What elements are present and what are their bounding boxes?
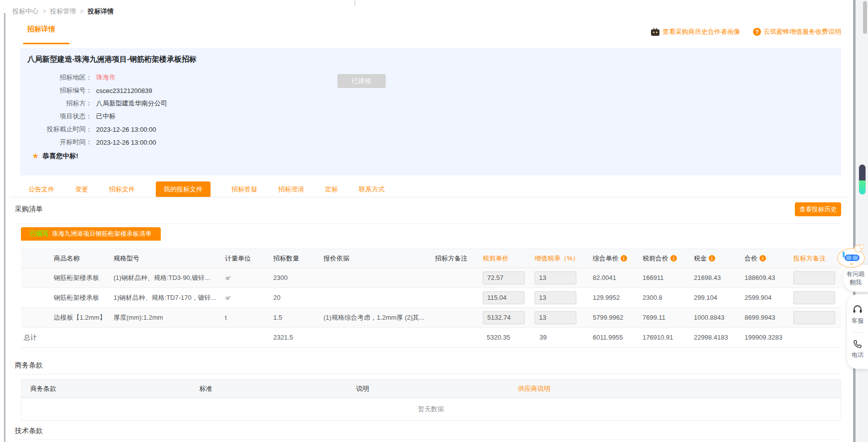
scrollbar-track[interactable]	[856, 0, 868, 442]
info-icon[interactable]: i	[709, 255, 715, 262]
business-terms-table: 商务条款 标准 说明 供应商说明 暂无数据	[21, 379, 841, 421]
col-basis: 报价依据	[324, 249, 435, 268]
tab-my-bid-files[interactable]: 我的投标文件	[156, 181, 211, 197]
value-service-fee-link[interactable]: ? 云筑蜜蜂增值服务收费说明	[753, 27, 841, 36]
tab-announcement-files[interactable]: 公告文件	[28, 185, 54, 194]
cell-basis	[324, 288, 435, 308]
browser-scrollbar-thumb[interactable]	[863, 1, 867, 34]
cell-qty: 2300	[273, 268, 324, 288]
cell-tax: 1000.8843	[691, 308, 742, 328]
col-description: 说明	[347, 380, 509, 398]
cell-buyer-note	[435, 268, 480, 288]
field-value: 2023-12-26 13:00:00	[96, 139, 156, 146]
cell-total-sum: 199909.3283	[742, 328, 790, 348]
top-divider-line	[354, 0, 355, 5]
cell-buyer-note	[435, 288, 480, 308]
table-row: 边模板【1.2mm】 厚度(mm):1.2mm t 1.5 (1)规格综合考虑，…	[21, 308, 841, 328]
breadcrumb-bid-management[interactable]: 投标管理	[50, 7, 76, 15]
info-icon[interactable]: i	[760, 255, 766, 262]
value-service-fee-label: 云筑蜜蜂增值服务收费说明	[763, 27, 841, 36]
view-bid-history-button[interactable]: 查看投标历史	[795, 202, 841, 216]
buyer-portrait-label: 查看采购商历史合作者画像	[662, 27, 740, 36]
cell-total-vat: 39	[532, 328, 590, 348]
cell-total: 2599.904	[742, 288, 790, 308]
cell-composite-price: 5799.9962	[590, 308, 640, 328]
buyer-portrait-link[interactable]: 查看采购商历史合作者画像	[651, 27, 740, 36]
pretax-price-input[interactable]	[483, 311, 525, 324]
pretax-price-input[interactable]	[483, 291, 525, 304]
bidder-note-input[interactable]	[793, 271, 835, 284]
cell-name: 钢筋桁架楼承板	[21, 288, 113, 308]
portrait-icon	[651, 28, 660, 36]
field-open-time: 开标时间： 2023-12-26 13:00:00	[27, 136, 167, 149]
tab-contact[interactable]: 联系方式	[359, 185, 385, 194]
bidder-note-input[interactable]	[793, 291, 835, 304]
cell-pretax-total: 7699.11	[640, 308, 691, 328]
col-pretax-price: 税前单价	[480, 249, 532, 268]
phone-button[interactable]: 电话	[852, 340, 864, 359]
cell-name: 边模板【1.2mm】	[21, 308, 113, 328]
status-badge-received: 已接收	[337, 74, 386, 88]
field-value: 八局新型建造华南分公司	[96, 99, 167, 108]
cell-basis: (1)规格综合考虑，1.2mm厚 (2)其...	[324, 308, 435, 328]
field-label: 开标时间：	[27, 138, 92, 147]
tender-title: 八局新型建造-珠海九洲港项目-钢筋桁架楼承板招标	[27, 55, 197, 64]
col-pretax-total: 税前合价i	[640, 249, 691, 268]
section-divider	[15, 223, 841, 224]
tab-tender-clarification[interactable]: 招标澄清	[278, 185, 304, 194]
cell-unit: t	[225, 308, 273, 328]
info-icon[interactable]: i	[670, 255, 677, 262]
col-buyer-note: 招标方备注	[435, 249, 480, 268]
col-composite-price: 综合单价i	[590, 249, 640, 268]
helper-mascot-icon[interactable]	[836, 243, 866, 268]
field-tenderer: 招标方： 八局新型建造华南分公司	[27, 97, 167, 110]
col-product-name: 商品名称	[21, 249, 113, 268]
field-value: cscec23121200839	[96, 87, 152, 94]
cell-qty: 1.5	[273, 308, 324, 328]
cell-tax: 21698.43	[691, 268, 742, 288]
tab-tender-qa[interactable]: 招标答疑	[231, 185, 257, 194]
customer-service-button[interactable]: 客服	[852, 304, 864, 325]
star-icon: ★	[32, 152, 39, 160]
vat-rate-input[interactable]	[535, 271, 576, 284]
bidder-note-input[interactable]	[793, 311, 835, 324]
scrollbar-pill-bottom	[859, 180, 866, 195]
tab-award[interactable]: 定标	[325, 185, 338, 194]
helper-text-line1: 有问题	[847, 270, 865, 278]
breadcrumb-separator: >	[80, 7, 84, 15]
detail-tabs: 公告文件 变更 招标文件 我的投标文件 招标答疑 招标澄清 定标 联系方式	[28, 182, 385, 197]
list-chip-filled[interactable]: 已填写 珠海九洲港项目钢筋桁架楼承板清单	[21, 227, 161, 241]
headset-icon	[853, 304, 863, 314]
helper-text-line2: 翻我	[850, 278, 862, 287]
field-value: 已中标	[96, 112, 115, 121]
custom-scrollbar-pill[interactable]	[859, 164, 866, 195]
left-border-line	[4, 13, 5, 442]
table-row: 钢筋桁架楼承板 1)钢材品种、规格:TD7-170，镀锌... ㎡ 20 129…	[21, 288, 841, 308]
cell-total-label: 总计	[21, 328, 113, 348]
cell-composite-price: 129.9952	[590, 288, 640, 308]
field-label: 投标截止时间：	[27, 125, 92, 134]
vat-rate-input[interactable]	[535, 311, 576, 324]
col-standard: 标准	[191, 380, 347, 398]
breadcrumb: 投标中心>投标管理>投标详情	[12, 7, 113, 16]
info-icon[interactable]: i	[621, 255, 627, 262]
helper-chat-button[interactable]: 有问题 翻我	[843, 265, 868, 292]
pretax-price-input[interactable]	[483, 271, 525, 284]
field-label: 招标地区：	[27, 73, 92, 82]
tab-tender-detail[interactable]: 招标详情	[27, 25, 55, 34]
tab-tender-files[interactable]: 招标文件	[109, 185, 135, 194]
tab-active-underline	[23, 43, 70, 44]
cell-spec: 厚度(mm):1.2mm	[113, 308, 225, 328]
field-value-region[interactable]: 珠海市	[96, 73, 115, 82]
col-qty: 招标数量	[273, 249, 324, 268]
empty-data-text: 暂无数据	[21, 398, 841, 421]
col-bidder-note: 投标方备注	[790, 249, 841, 268]
cell-total: 188609.43	[742, 268, 790, 288]
breadcrumb-bid-center[interactable]: 投标中心	[12, 7, 38, 15]
vat-rate-input[interactable]	[535, 291, 576, 304]
phone-label: 电话	[852, 351, 864, 359]
cell-spec: 1)钢材品种、规格:TD7-170，镀锌...	[113, 288, 225, 308]
tab-changes[interactable]: 变更	[75, 185, 88, 194]
field-label: 招标方：	[27, 99, 92, 108]
floating-service-panel: 客服 电话	[847, 294, 868, 369]
